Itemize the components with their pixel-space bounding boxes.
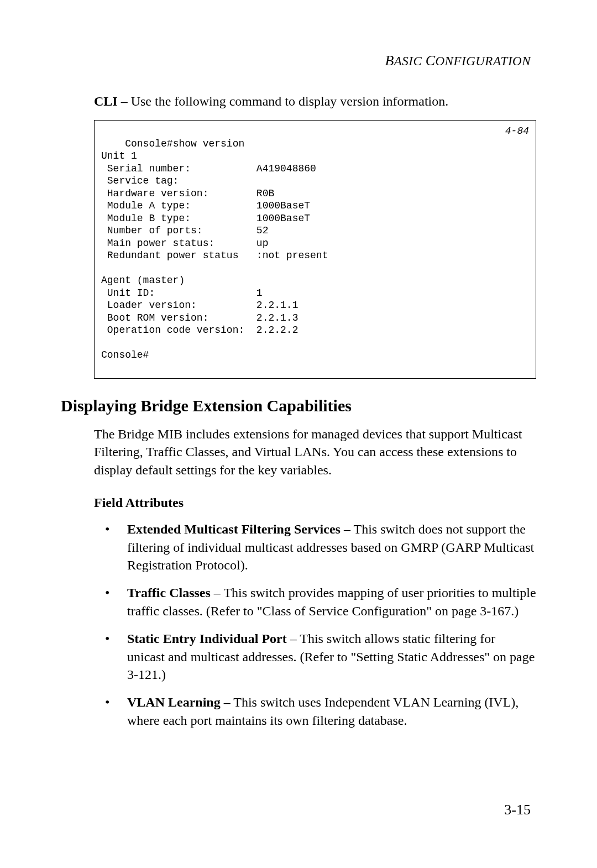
attr-name: Extended Multicast Filtering Services xyxy=(127,522,341,536)
attr-name: VLAN Learning xyxy=(127,695,221,709)
list-item: Extended Multicast Filtering Services – … xyxy=(94,520,536,574)
page: BASIC CONFIGURATION CLI – Use the follow… xyxy=(0,0,597,729)
header-letter-c: C xyxy=(426,53,436,69)
field-attributes-list: Extended Multicast Filtering Services – … xyxy=(94,520,536,729)
cli-output-box: 4-84Console#show version Unit 1 Serial n… xyxy=(94,120,536,379)
section-paragraph: The Bridge MIB includes extensions for m… xyxy=(94,425,536,479)
cli-intro-text: – Use the following command to display v… xyxy=(118,94,449,108)
list-item: Static Entry Individual Port – This swit… xyxy=(94,630,536,683)
page-header: BASIC CONFIGURATION xyxy=(61,53,536,69)
field-attributes-heading: Field Attributes xyxy=(94,495,536,510)
cli-label: CLI xyxy=(94,94,118,108)
section-heading: Displaying Bridge Extension Capabilities xyxy=(61,396,536,415)
header-letter-b: B xyxy=(385,53,394,69)
header-word-onfig: ONFIGURATION xyxy=(435,54,531,68)
attr-name: Static Entry Individual Port xyxy=(127,631,287,646)
list-item: Traffic Classes – This switch provides m… xyxy=(94,584,536,620)
header-word-asic: ASIC xyxy=(394,54,426,68)
cli-intro: CLI – Use the following command to displ… xyxy=(94,94,536,109)
page-number: 3-15 xyxy=(504,802,531,818)
cli-output-text: Console#show version Unit 1 Serial numbe… xyxy=(101,138,328,361)
list-item: VLAN Learning – This switch uses Indepen… xyxy=(94,693,536,729)
code-reference: 4-84 xyxy=(505,125,529,138)
attr-name: Traffic Classes xyxy=(127,585,211,600)
